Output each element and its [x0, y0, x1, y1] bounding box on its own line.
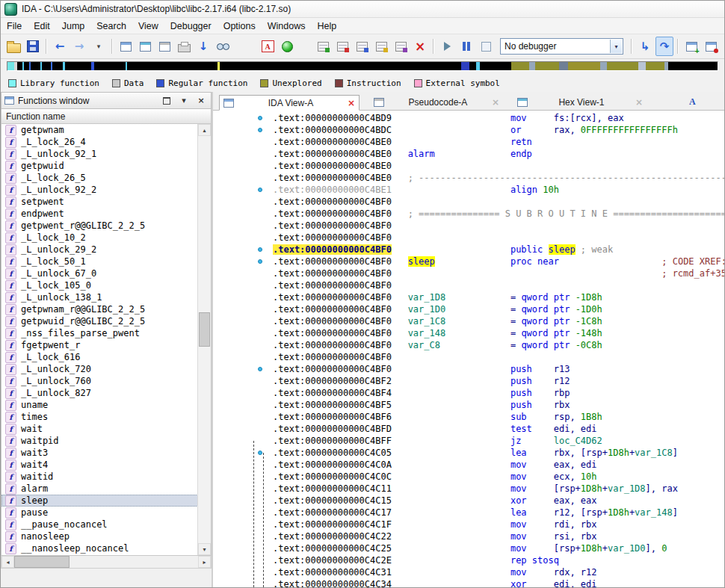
open-disasm-window-button[interactable]: [117, 37, 135, 56]
debugger-windows-button[interactable]: [682, 37, 700, 56]
disassembly-view[interactable]: .text:00000000000C4BD9 mov fs:[rcx], eax…: [213, 111, 724, 587]
disassembly-line[interactable]: .text:00000000000C4BF0 push r13: [273, 363, 724, 375]
menu-item-help[interactable]: Help: [311, 18, 342, 34]
disassembly-line[interactable]: .text:00000000000C4BE0 retn: [273, 136, 724, 148]
disassembly-line[interactable]: .text:00000000000C4BF0: [273, 196, 724, 208]
pause-process-button[interactable]: [457, 37, 475, 56]
struct-tool-2-button[interactable]: [333, 37, 351, 56]
function-list-item[interactable]: fgetpwnam_r@@GLIBC_2_2_5: [1, 303, 198, 315]
function-list-item[interactable]: fwaitpid: [1, 435, 198, 447]
disassembly-line[interactable]: .text:00000000000C4C31 mov rdx, r12: [273, 566, 724, 578]
function-list-item[interactable]: f_nss_files_parse_pwent: [1, 327, 198, 339]
disassembly-line[interactable]: .text:00000000000C4BDC or rax, 0FFFFFFFF…: [273, 124, 724, 136]
dock-button[interactable]: ▾: [177, 94, 191, 107]
disassembly-line[interactable]: .text:00000000000C4BF0: [273, 220, 724, 232]
nav-forward-button[interactable]: →: [70, 37, 88, 56]
tab-ida-view-a[interactable]: IDA View-A×: [219, 95, 360, 111]
menu-item-windows[interactable]: Windows: [262, 18, 312, 34]
function-list-item[interactable]: f__nanosleep_nocancel: [1, 542, 198, 554]
function-list-item[interactable]: f__pause_nocancel: [1, 519, 198, 530]
tab-close-icon[interactable]: ×: [635, 98, 643, 107]
disassembly-line[interactable]: .text:00000000000C4BF0: [273, 351, 724, 363]
function-list-item[interactable]: f_L_lock_105_0: [1, 279, 198, 291]
function-list-item[interactable]: fwaitid: [1, 471, 198, 483]
menu-item-options[interactable]: Options: [218, 18, 262, 34]
menu-item-file[interactable]: File: [1, 18, 28, 34]
function-list-item[interactable]: fwait: [1, 423, 198, 435]
function-list-item[interactable]: f_L_lock_26_5: [1, 172, 198, 184]
function-list-item[interactable]: f_L_lock_616: [1, 351, 198, 363]
function-list-item[interactable]: ftimes: [1, 411, 198, 423]
ida-view-button[interactable]: A: [259, 37, 277, 56]
breakpoints-window-button[interactable]: [702, 37, 720, 56]
disassembly-line[interactable]: .text:00000000000C4BE0 ; ---------------…: [273, 172, 724, 184]
function-list-item[interactable]: fpause: [1, 507, 198, 519]
scroll-left-button[interactable]: ◂: [1, 556, 14, 568]
disassembly-line[interactable]: .text:00000000000C4BF0 var_1D8 = qword p…: [273, 291, 724, 303]
disassembly-line[interactable]: .text:00000000000C4BF0 ; ===============…: [273, 208, 724, 220]
struct-tool-5-button[interactable]: [392, 37, 410, 56]
scroll-right-button[interactable]: ▸: [198, 556, 211, 568]
disassembly-line[interactable]: .text:00000000000C4C17 lea r12, [rsp+1D8…: [273, 507, 724, 519]
disassembly-line[interactable]: .text:00000000000C4BD9 mov fs:[rcx], eax: [273, 112, 724, 124]
print-button[interactable]: [175, 37, 193, 56]
disassembly-line[interactable]: .text:00000000000C4BF0 var_1C8 = qword p…: [273, 315, 724, 327]
debugger-select[interactable]: No debugger▾: [500, 38, 623, 55]
function-list-item[interactable]: f_L_unlock_29_2: [1, 244, 198, 256]
disassembly-line[interactable]: .text:00000000000C4C2E rep stosq: [273, 554, 724, 566]
navigation-band[interactable]: [7, 61, 718, 71]
disassembly-line[interactable]: .text:00000000000C4BF0 var_1D0 = qword p…: [273, 303, 724, 315]
disassembly-line[interactable]: .text:00000000000C4C25 mov [rsp+1D8h+var…: [273, 542, 724, 554]
disassembly-line[interactable]: .text:00000000000C4BF0: [273, 279, 724, 291]
scroll-up-button[interactable]: ▴: [198, 124, 211, 136]
vertical-scroll-thumb[interactable]: [199, 312, 210, 347]
save-file-button[interactable]: [24, 37, 42, 56]
function-list-item[interactable]: fsetpwent: [1, 196, 198, 208]
struct-tool-3-button[interactable]: [353, 37, 371, 56]
function-list-item[interactable]: f_L_unlock_720: [1, 363, 198, 375]
watches-window-button[interactable]: [721, 37, 725, 56]
disassembly-line[interactable]: .text:00000000000C4C22 mov rsi, rbx: [273, 530, 724, 542]
disassembly-line[interactable]: .text:00000000000C4BF4 push rbp: [273, 387, 724, 399]
tab-hex-view-1[interactable]: Hex View-1×: [513, 94, 647, 110]
cancel-button[interactable]: ×: [411, 37, 429, 56]
function-list-item[interactable]: fwait4: [1, 459, 198, 471]
ida-idle-indicator-button[interactable]: [278, 37, 296, 56]
disassembly-line[interactable]: .text:00000000000C4C0C mov ecx, 10h: [273, 471, 724, 483]
jump-to-address-button[interactable]: ↓: [194, 37, 212, 56]
stop-process-button[interactable]: [477, 37, 495, 56]
open-file-button[interactable]: [4, 37, 22, 56]
menu-item-search[interactable]: Search: [90, 18, 132, 34]
open-pseudocode-window-button[interactable]: [136, 37, 154, 56]
disassembly-line[interactable]: .text:00000000000C4BF0 var_148 = qword p…: [273, 327, 724, 339]
menu-item-debugger[interactable]: Debugger: [164, 18, 218, 34]
functions-horizontal-scrollbar[interactable]: ◂ ▸: [1, 556, 212, 569]
disassembly-line[interactable]: .text:00000000000C4BF0 public sleep ; we…: [273, 244, 724, 256]
function-list-item[interactable]: fsleep: [1, 495, 198, 507]
disassembly-line[interactable]: .text:00000000000C4BF0 ; rcmd_af+35: [273, 267, 724, 279]
function-list-item[interactable]: fgetpwuid_r@@GLIBC_2_2_5: [1, 315, 198, 327]
struct-tool-1-button[interactable]: [314, 37, 332, 56]
function-list-item[interactable]: fwait3: [1, 447, 198, 459]
disassembly-line[interactable]: .text:00000000000C4BF0 sleep proc near ;…: [273, 256, 724, 267]
function-list-item[interactable]: fgetpwent_r@@GLIBC_2_2_5: [1, 220, 198, 232]
disassembly-line[interactable]: .text:00000000000C4BE0 alarm endp: [273, 148, 724, 160]
disassembly-line[interactable]: .text:00000000000C4BF2 push r12: [273, 375, 724, 387]
search-button[interactable]: [214, 37, 232, 56]
disassembly-line[interactable]: .text:00000000000C4BFF jz loc_C4D62: [273, 435, 724, 447]
disassembly-line[interactable]: .text:00000000000C4C11 mov [rsp+1D8h+var…: [273, 483, 724, 495]
disassembly-line[interactable]: .text:00000000000C4BF5 push rbx: [273, 399, 724, 411]
function-list-item[interactable]: f_L_unlock_92_2: [1, 184, 198, 196]
function-list-item[interactable]: falarm: [1, 483, 198, 495]
step-over-button[interactable]: ↷: [655, 37, 673, 56]
disassembly-line[interactable]: .text:00000000000C4C34 xor edi, edi: [273, 578, 724, 587]
tab-close-icon[interactable]: ×: [492, 98, 499, 107]
menu-item-view[interactable]: View: [132, 18, 164, 34]
disassembly-line[interactable]: .text:00000000000C4BE1 align 10h: [273, 184, 724, 196]
title-bar[interactable]: IDA - C:\Users\Administrator\Desktop\lib…: [1, 1, 724, 18]
function-list-item[interactable]: f_L_lock_26_4: [1, 136, 198, 148]
horizontal-scroll-track[interactable]: [14, 556, 198, 568]
disassembly-line[interactable]: .text:00000000000C4BFD test edi, edi: [273, 423, 724, 435]
scroll-down-button[interactable]: ▾: [198, 543, 211, 555]
step-into-button[interactable]: ↳: [636, 37, 654, 56]
